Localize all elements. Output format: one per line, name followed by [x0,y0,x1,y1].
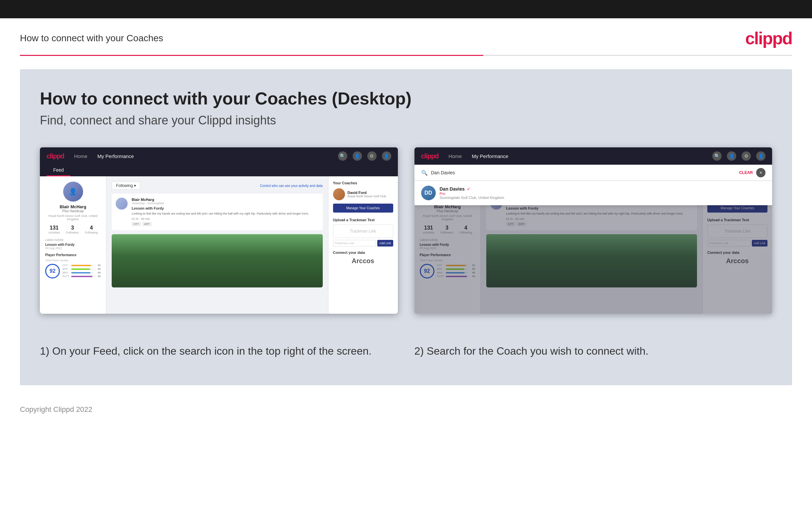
link-input-1: Trackman Link Add Link [333,240,393,247]
page-title: How to connect with your Coaches [20,33,163,44]
add-link-btn-1[interactable]: Add Link [377,240,393,247]
coaches-panel-1: Your Coaches David Ford Royal North Devo… [328,176,398,314]
golf-image-2 [486,234,697,288]
profile-name-1: Blair McHarg [45,204,101,209]
settings-icon-2[interactable]: ⚙ [742,152,751,161]
screenshot-1: clippd Home My Performance 🔍 👤 ⚙ 👤 Feed [40,147,398,314]
nav-icons-2: 🔍 👤 ⚙ 👤 [712,152,765,161]
bar2-app: APP 85 [437,267,475,270]
stat-fing-2: 4 Following [459,225,472,234]
lesson-card-1: Blair McHarg Yesterday · Sunningdale Les… [112,194,323,230]
lesson-title-2: Lesson with Fordy [506,206,694,210]
player-perf-title-1: Player Performance [45,253,101,257]
following-button[interactable]: Following ▾ [112,182,140,189]
mock-app-1: clippd Home My Performance 🔍 👤 ⚙ 👤 Feed [40,147,398,314]
profile-subtitle-1: Plus Handicap [45,209,101,213]
following-row-1: Following ▾ Control who can see your act… [112,182,323,189]
profile-subtitle-2: Plus Handicap [420,209,475,213]
activity-date-2: 03 Aug 2022 [420,247,475,250]
steps-row: 1) On your Feed, click on the search ico… [40,334,772,358]
total-qual-2: Total Player Quality [420,259,475,262]
screenshot-2: clippd Home My Performance 🔍 👤 ⚙ 👤 🔍 [415,147,772,314]
settings-icon-1[interactable]: ⚙ [367,152,377,161]
nav-performance-1[interactable]: My Performance [97,153,134,159]
mock-app-2: clippd Home My Performance 🔍 👤 ⚙ 👤 🔍 [415,147,772,314]
stat-followers-label: Followers [66,231,79,234]
add-link-btn-2: Add Link [752,240,767,247]
footer: Copyright Clippd 2022 [0,398,812,421]
lesson-text-2: Looking to feel like my hands are exitin… [506,212,694,216]
clear-button[interactable]: CLEAR [739,170,753,175]
golf-silhouette-2 [486,234,697,288]
coach-avatar-1 [333,188,345,200]
search-input[interactable] [431,170,736,175]
perf-bars-2: OTT 90 APP 85 ARG [437,264,475,279]
main-subheading: Find, connect and share your Clippd insi… [40,114,772,127]
arccos-logo-1: Arccos [333,257,393,265]
stat-followers-num: 3 [66,225,79,231]
link-field-1[interactable]: Trackman Link [333,240,376,247]
app-logo-2: clippd [421,153,439,160]
verified-icon: ✓ [467,186,471,192]
coaches-title-1: Your Coaches [333,181,393,185]
nav-performance-2[interactable]: My Performance [472,153,508,159]
control-link-1[interactable]: Control who can see your activity and da… [260,184,322,187]
manage-coaches-btn-1[interactable]: Manage Your Coaches [333,204,393,213]
user-avatar-1[interactable]: 👤 [382,152,391,161]
profile-icon-1[interactable]: 👤 [353,152,362,161]
search-overlay: 🔍 CLEAR × DD Dan Davies ✓ Pro [415,165,772,205]
result-club: Sunningdale Golf Club, United Kingdom [440,196,504,200]
score-circle-2: 92 [420,264,434,279]
stat-activities: 131 Activities [48,225,60,234]
app-logo-1: clippd [47,153,64,160]
header: How to connect with your Coaches clippd [0,18,812,55]
profile-club-2: Royal North Devon Golf Club, United King… [420,214,475,221]
perf-bars-1: OTT 90 APP 85 ARG [62,264,101,279]
step-1-label: 1) On your Feed, click on the search ico… [40,344,398,358]
feed-tab-1[interactable]: Feed [47,165,70,176]
bar2-ott: OTT 90 [437,264,475,267]
step-2-label: 2) Search for the Coach you wish to conn… [415,344,772,358]
stat-following-num: 4 [85,225,98,231]
search-bar: 🔍 CLEAR × [415,165,772,181]
golf-image-1 [112,234,323,288]
step-1-container: 1) On your Feed, click on the search ico… [40,334,398,358]
tag-ott: OTT [132,222,141,226]
profile-icon-2[interactable]: 👤 [727,152,736,161]
tag-app: APP [142,222,152,226]
activity-date-1: 03 Aug 2022 [45,247,101,250]
stat-followers: 3 Followers [66,225,79,234]
nav-home-1[interactable]: Home [74,153,87,159]
connect-title-2: Connect your data [707,251,767,254]
upload-title-1: Upload a Trackman Test [333,218,393,222]
lesson-person-name-1: Blair McHarg [132,198,319,202]
activity-title-2: Lesson with Fordy [420,243,475,247]
search-icon-1[interactable]: 🔍 [338,152,347,161]
app-navbar-1: clippd Home My Performance 🔍 👤 ⚙ 👤 [40,147,398,165]
main-content: How to connect with your Coaches (Deskto… [20,69,792,385]
search-result-item[interactable]: DD Dan Davies ✓ Pro Sunningdale Golf Clu… [415,181,772,205]
center-content-1: Following ▾ Control who can see your act… [106,176,328,314]
coach-info-1: David Ford Royal North Devon Golf Club [348,190,386,198]
search-icon-overlay: 🔍 [421,170,428,176]
user-avatar-2[interactable]: 👤 [756,152,765,161]
connect-title-1: Connect your data [333,251,393,254]
coach-item-1: David Ford Royal North Devon Golf Club [333,188,393,200]
bar2-arg: ARG 86 [437,271,475,274]
result-avatar: DD [421,186,436,200]
latest-label-2: Latest Activity [420,238,475,242]
clippd-logo: clippd [745,28,792,48]
bar2-putt: PUTT 96 [437,275,475,278]
profile-stats-2: 131 Activities 3 Followers 4 Following [420,225,475,234]
screenshots-row: clippd Home My Performance 🔍 👤 ⚙ 👤 Feed [40,147,772,314]
trackman-box-1: Trackman Link [333,224,393,238]
app-navbar-2: clippd Home My Performance 🔍 👤 ⚙ 👤 [415,147,772,165]
nav-home-2[interactable]: Home [448,153,462,159]
step-1-text: 1) On your Feed, click on the search ico… [40,345,372,357]
profile-club-1: Royal North Devon Golf Club, United King… [45,214,101,221]
link-input-2: Trackman Link Add Link [707,240,767,247]
search-icon-2[interactable]: 🔍 [712,152,722,161]
coach-club-1: Royal North Devon Golf Club [348,195,386,198]
close-search-button[interactable]: × [756,168,765,177]
profile-sidebar-1: 👤 Blair McHarg Plus Handicap Royal North… [40,176,106,314]
